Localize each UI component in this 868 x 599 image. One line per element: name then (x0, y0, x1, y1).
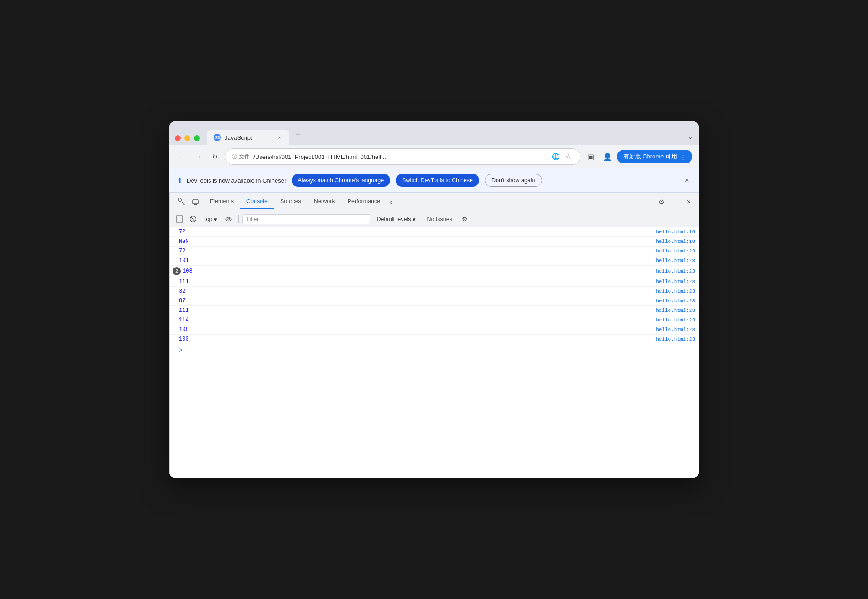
chrome-update-button[interactable]: 有新版 Chrome 可用 ⋮ (617, 150, 692, 163)
more-tabs-button[interactable]: » (387, 195, 395, 209)
console-clear-button[interactable] (187, 213, 199, 225)
notification-close-button[interactable]: × (681, 175, 692, 186)
tab-close-button[interactable]: × (276, 134, 283, 141)
devtools-icon-buttons (173, 193, 204, 211)
tab-favicon: JS (214, 134, 221, 141)
url-actions: 🌐 ☆ (551, 152, 574, 162)
url-bar[interactable]: ⓘ 文件 /Users/hsl/001_Project/001_HTML/htm… (225, 148, 580, 165)
devtools-notification: ℹ DevTools is now available in Chinese! … (169, 168, 699, 193)
context-selector[interactable]: top ▾ (201, 215, 221, 224)
console-row-link[interactable]: hello.html:19 (656, 239, 695, 244)
console-row-link[interactable]: hello.html:23 (656, 258, 695, 263)
console-row-value: 108 (183, 268, 656, 274)
inspect-element-icon[interactable] (175, 195, 188, 208)
sidebar-toggle-button[interactable]: ▣ (584, 150, 598, 163)
traffic-light-minimize[interactable] (184, 135, 190, 141)
traffic-light-close[interactable] (175, 135, 181, 141)
console-row-link[interactable]: hello.html:23 (656, 289, 695, 294)
console-row: 72hello.html:16 (170, 227, 699, 237)
tab-elements[interactable]: Elements (204, 194, 240, 209)
devtools-tab-actions: ⚙ ⋮ × (655, 195, 695, 208)
console-row: 111hello.html:23 (170, 306, 699, 315)
levels-chevron: ▾ (413, 216, 416, 223)
console-row-link[interactable]: hello.html:23 (656, 248, 695, 254)
console-row-link[interactable]: hello.html:23 (656, 336, 695, 342)
devtools-more-icon[interactable]: ⋮ (669, 195, 681, 208)
console-sidebar-button[interactable] (173, 213, 185, 225)
translate-icon[interactable]: 🌐 (551, 152, 561, 162)
console-row-link[interactable]: hello.html:23 (656, 268, 695, 274)
traffic-light-maximize[interactable] (194, 135, 200, 141)
tab-console[interactable]: Console (240, 194, 274, 209)
back-button: ← (176, 150, 188, 163)
console-row-badge: 2 (173, 267, 181, 275)
console-row-value: 100 (179, 336, 656, 342)
toolbar-right: ▣ 👤 有新版 Chrome 可用 ⋮ (584, 150, 692, 163)
console-row-value: 32 (179, 288, 656, 294)
console-settings-icon[interactable]: ⚙ (459, 213, 471, 225)
svg-rect-2 (194, 204, 197, 205)
filter-input[interactable] (242, 214, 370, 224)
console-row-value: 111 (179, 278, 656, 285)
devtools-panel: Elements Console Sources Network Perform… (169, 193, 699, 478)
console-row: 32hello.html:23 (170, 287, 699, 296)
traffic-lights (175, 135, 200, 145)
svg-point-8 (228, 218, 230, 220)
console-rows: 72hello.html:16NaNhello.html:1972hello.h… (170, 227, 699, 344)
console-row-link[interactable]: hello.html:23 (656, 298, 695, 304)
console-row-link[interactable]: hello.html:23 (656, 327, 695, 332)
svg-point-7 (226, 217, 231, 221)
content-area: ℹ DevTools is now available in Chinese! … (169, 168, 699, 478)
bookmark-icon[interactable]: ☆ (564, 152, 574, 162)
console-prompt-icon[interactable]: > (179, 347, 183, 354)
svg-rect-0 (178, 199, 181, 201)
console-row: 87hello.html:23 (170, 296, 699, 306)
console-row: 108hello.html:23 (170, 325, 699, 335)
svg-rect-3 (176, 216, 183, 222)
console-row-value: 114 (179, 317, 656, 323)
console-row-value: 101 (179, 257, 656, 264)
no-issues-button[interactable]: No Issues (422, 215, 457, 224)
console-row-value: 72 (179, 229, 656, 235)
console-output: 72hello.html:16NaNhello.html:1972hello.h… (170, 227, 699, 478)
console-row: 72hello.html:23 (170, 247, 699, 256)
dont-show-again-button[interactable]: Don't show again (485, 174, 542, 187)
profile-button[interactable]: 👤 (601, 150, 614, 163)
console-row-link[interactable]: hello.html:23 (656, 308, 695, 313)
levels-label: Default levels (376, 216, 411, 222)
reload-button[interactable]: ↻ (209, 150, 221, 163)
always-match-button[interactable]: Always match Chrome's language (292, 174, 391, 187)
svg-rect-1 (193, 200, 198, 204)
log-levels-button[interactable]: Default levels ▾ (372, 215, 420, 224)
console-row: 111hello.html:23 (170, 277, 699, 287)
console-row-link[interactable]: hello.html:16 (656, 229, 695, 235)
devtools-settings-icon[interactable]: ⚙ (655, 195, 668, 208)
console-row: NaNhello.html:19 (170, 237, 699, 247)
devtools-tabs: Elements Console Sources Network Perform… (170, 193, 699, 211)
device-toggle-icon[interactable] (189, 195, 202, 208)
console-row-value: 87 (179, 298, 656, 304)
active-tab[interactable]: JS JavaScript × (207, 130, 289, 145)
console-row-link[interactable]: hello.html:23 (656, 279, 695, 284)
new-tab-button[interactable]: + (291, 126, 305, 145)
console-row-value: 72 (179, 248, 656, 254)
console-row: 114hello.html:23 (170, 315, 699, 325)
console-row-value: 111 (179, 307, 656, 314)
devtools-close-button[interactable]: × (682, 195, 695, 208)
console-prompt-row[interactable]: > (170, 344, 699, 357)
eye-button[interactable] (223, 213, 235, 225)
console-toolbar: top ▾ Default levels ▾ No Issues ⚙ (170, 211, 699, 227)
tab-title: JavaScript (225, 134, 252, 141)
console-row-link[interactable]: hello.html:23 (656, 317, 695, 323)
console-row: 2108hello.html:23 (170, 266, 699, 277)
url-security-icon: ⓘ 文件 (232, 153, 250, 161)
tab-menu-button[interactable]: ⌄ (687, 132, 693, 145)
switch-to-chinese-button[interactable]: Switch DevTools to Chinese (396, 174, 479, 187)
toolbar-divider (238, 215, 239, 223)
browser-window: JS JavaScript × + ⌄ ← → ↻ ⓘ 文件 /Users/hs… (169, 121, 699, 478)
tab-network[interactable]: Network (308, 194, 341, 209)
context-chevron: ▾ (214, 216, 217, 223)
tab-sources[interactable]: Sources (274, 194, 308, 209)
tab-performance[interactable]: Performance (341, 194, 387, 209)
context-label: top (204, 216, 212, 222)
